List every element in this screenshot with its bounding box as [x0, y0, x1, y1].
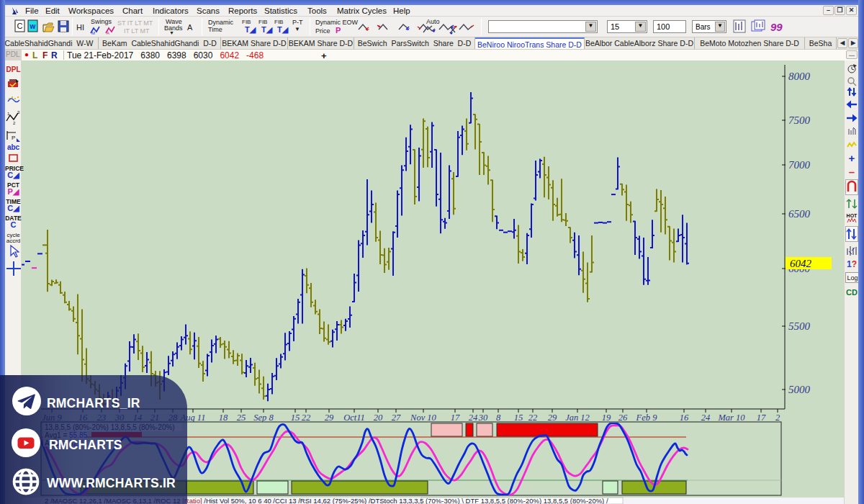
svg-text:3: 3: [17, 111, 20, 114]
svg-text:C: C: [17, 22, 23, 30]
svg-text:24: 24: [701, 413, 711, 423]
svg-text:Mar 10: Mar 10: [717, 413, 745, 423]
svg-text:Oct11: Oct11: [343, 413, 365, 423]
svg-text:16: 16: [680, 413, 689, 423]
svg-text:99: 99: [770, 21, 783, 33]
svg-text:24: 24: [469, 413, 478, 423]
svg-text:15: 15: [291, 413, 300, 423]
svg-text:7000: 7000: [788, 159, 811, 171]
svg-text:22: 22: [302, 413, 311, 423]
svg-text:19: 19: [602, 413, 611, 423]
svg-text:2: 2: [775, 413, 780, 423]
svg-text:25: 25: [237, 413, 246, 423]
svg-text:7500: 7500: [788, 114, 811, 126]
svg-text:27: 27: [392, 413, 401, 423]
svg-text:22: 22: [528, 413, 538, 423]
svg-text:29: 29: [325, 413, 334, 423]
svg-text:M: M: [91, 31, 95, 35]
svg-text:5000: 5000: [788, 384, 811, 395]
svg-text:29: 29: [548, 413, 557, 423]
svg-text:P: P: [12, 135, 15, 141]
svg-text:30: 30: [478, 413, 488, 423]
svg-text:8: 8: [496, 413, 501, 423]
svg-text:8000: 8000: [788, 71, 811, 82]
svg-text:17: 17: [757, 413, 766, 423]
svg-text:26: 26: [618, 413, 628, 423]
svg-text:Feb 9: Feb 9: [636, 413, 658, 423]
svg-text:18: 18: [219, 413, 228, 423]
svg-text:Sep 8: Sep 8: [253, 413, 274, 423]
svg-text:6500: 6500: [788, 208, 811, 220]
svg-text:6042: 6042: [790, 258, 812, 269]
svg-text:w: w: [30, 22, 36, 30]
svg-text:Jan 12: Jan 12: [565, 413, 590, 423]
svg-text:A: A: [107, 31, 109, 35]
svg-text:17: 17: [451, 413, 460, 423]
svg-text:20: 20: [374, 413, 383, 423]
svg-text:15: 15: [514, 413, 523, 423]
svg-text:2: 2: [13, 121, 16, 125]
svg-text:Nov 10: Nov 10: [410, 413, 437, 423]
svg-text:Log: Log: [847, 274, 858, 282]
svg-text:5500: 5500: [788, 320, 811, 332]
